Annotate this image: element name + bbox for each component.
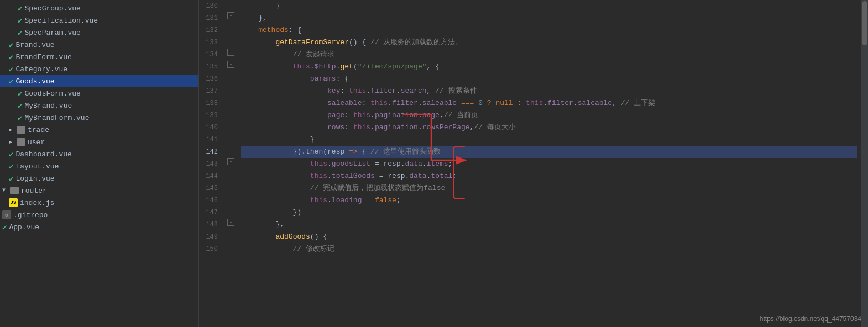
sidebar-item-app-vue[interactable]: ✔ App.vue: [0, 221, 198, 233]
vue-icon: ✔: [9, 52, 13, 62]
gutter: - - - - -: [226, 0, 237, 327]
sidebar-item-label: Goods.vue: [15, 77, 54, 86]
vue-icon: ✔: [18, 101, 22, 110]
sidebar-item-brand[interactable]: ✔ Brand.vue: [0, 39, 198, 51]
sidebar-item-label: GoodsForm.vue: [24, 89, 80, 98]
code-line-138: saleable: this.filter.saleable === 0 ? n…: [241, 97, 857, 109]
sidebar-item-index-js[interactable]: JS index.js: [0, 197, 198, 209]
sidebar-item-label: trade: [28, 126, 49, 134]
sidebar-item-label: SpecGroup.vue: [24, 4, 80, 13]
folder-icon: [17, 138, 25, 146]
code-area: 130 131 132 133 134 135 136 137 138 139 …: [199, 0, 868, 327]
vue-icon: ✔: [18, 89, 22, 98]
code-editor: 130 131 132 133 134 135 136 137 138 139 …: [199, 0, 868, 327]
vue-icon: ✔: [18, 16, 22, 25]
sidebar-item-label: MyBrand.vue: [24, 102, 72, 110]
sidebar-item-label: SpecParam.vue: [24, 29, 80, 37]
folder-icon: [10, 187, 19, 194]
sidebar-item-label: Brand.vue: [15, 41, 54, 49]
code-line-133: getDataFromServer() { // 从服务的加载数的方法。: [241, 36, 857, 49]
vue-icon: ✔: [18, 113, 22, 123]
vue-icon: ✔: [18, 4, 22, 13]
code-line-147: }): [241, 207, 857, 219]
sidebar-item-label: BrandForm.vue: [15, 53, 71, 61]
code-line-140: rows: this.pagination.rowsPerPage,// 每页大…: [241, 122, 857, 134]
folder-arrow-down-icon: [2, 187, 9, 194]
fold-indicator[interactable]: -: [227, 158, 234, 165]
sidebar-item-brand-form[interactable]: ✔ BrandForm.vue: [0, 51, 198, 63]
code-line-137: key: this.filter.search, // 搜索条件: [241, 85, 857, 97]
sidebar-item-specification[interactable]: ✔ Specification.vue: [0, 14, 198, 27]
vue-icon: ✔: [9, 174, 13, 183]
sidebar-item-spec-param[interactable]: ✔ SpecParam.vue: [0, 27, 198, 39]
fold-indicator[interactable]: -: [227, 12, 234, 19]
fold-indicator[interactable]: -: [227, 219, 234, 226]
code-line-141: }: [241, 134, 857, 146]
vue-icon: ✔: [18, 28, 22, 38]
sidebar-item-label: Dashboard.vue: [15, 150, 71, 159]
sidebar-item-login[interactable]: ✔ Login.vue: [0, 172, 198, 184]
vue-icon: ✔: [9, 40, 13, 50]
sidebar-item-label: Login.vue: [15, 175, 54, 183]
sidebar-item-label: Category.vue: [15, 65, 67, 73]
sidebar-item-router[interactable]: router: [0, 184, 198, 197]
fold-indicator[interactable]: -: [227, 49, 234, 56]
line-numbers: 130 131 132 133 134 135 136 137 138 139 …: [199, 0, 226, 327]
file-tree: ✔ SpecGroup.vue ✔ Specification.vue ✔ Sp…: [0, 0, 199, 327]
sidebar-item-label: Specification.vue: [24, 17, 98, 25]
sidebar-item-label: user: [28, 138, 45, 146]
sidebar-item-goods-form[interactable]: ✔ GoodsForm.vue: [0, 87, 198, 99]
sidebar-item-label: MyBrandForm.vue: [24, 114, 89, 122]
sidebar-item-label: Layout.vue: [15, 162, 59, 171]
js-icon: JS: [9, 198, 18, 207]
code-line-142: }).then(resp => { // 这里使用箭头函数: [241, 146, 857, 158]
code-line-139: page: this.pagination.page,// 当前页: [241, 109, 857, 122]
code-line-131: },: [241, 12, 857, 24]
code-line-145: // 完成赋值后，把加载状态赋值为false: [241, 182, 857, 194]
code-line-136: params: {: [241, 73, 857, 85]
code-line-144: this.totalGoods = resp.data.total;: [241, 170, 857, 182]
fold-indicator[interactable]: -: [227, 61, 234, 68]
folder-arrow-icon: [9, 139, 15, 145]
sidebar-item-user[interactable]: user: [0, 136, 198, 148]
vue-icon: ✔: [9, 150, 13, 159]
sidebar-item-layout[interactable]: ✔ Layout.vue: [0, 160, 198, 172]
sidebar-item-my-brand-form[interactable]: ✔ MyBrandForm.vue: [0, 112, 198, 124]
code-line-135: this.$http.get("/item/spu/page", {: [241, 61, 857, 73]
sidebar-item-spec-group[interactable]: ✔ SpecGroup.vue: [0, 2, 198, 14]
code-content: } }, methods: { getDataFromServer() { //…: [237, 0, 861, 327]
sidebar-item-goods[interactable]: ✔ Goods.vue: [0, 75, 198, 87]
code-line-150: // 修改标记: [241, 243, 857, 255]
code-line-146: this.loading = false;: [241, 194, 857, 207]
sidebar-item-category[interactable]: ✔ Category.vue: [0, 63, 198, 75]
sidebar-item-label: router: [21, 187, 47, 195]
sidebar-item-my-brand[interactable]: ✔ MyBrand.vue: [0, 99, 198, 112]
code-line-149: addGoods() {: [241, 231, 857, 243]
code-line-130: }: [241, 0, 857, 12]
git-icon: ⚙: [2, 210, 11, 219]
folder-icon: [17, 126, 25, 134]
sidebar-item-label: index.js: [20, 199, 54, 207]
vue-icon: ✔: [9, 162, 13, 171]
watermark: https://blog.csdn.net/qq_44757034: [760, 315, 861, 323]
folder-arrow-icon: [9, 126, 15, 133]
scrollbar-thumb[interactable]: [862, 1, 867, 45]
sidebar-item-label: .gitrepo: [13, 211, 48, 219]
code-line-134: // 发起请求: [241, 49, 857, 61]
scrollbar[interactable]: [861, 0, 868, 327]
sidebar-item-trade[interactable]: trade: [0, 124, 198, 136]
code-line-148: },: [241, 219, 857, 231]
vue-icon: ✔: [2, 223, 7, 232]
code-line-143: this.goodsList = resp.data.items;: [241, 158, 857, 170]
sidebar-item-dashboard[interactable]: ✔ Dashboard.vue: [0, 148, 198, 160]
vue-icon: ✔: [9, 77, 13, 86]
code-line-132: methods: {: [241, 24, 857, 36]
sidebar-item-gitrepo[interactable]: ⚙ .gitrepo: [0, 209, 198, 221]
sidebar-item-label: App.vue: [9, 223, 39, 231]
vue-icon: ✔: [9, 65, 13, 74]
